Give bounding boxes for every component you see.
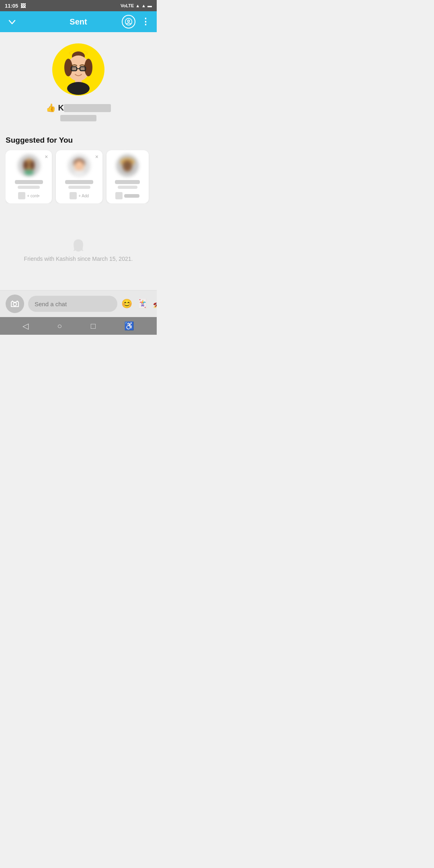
stickers-button[interactable]: 🃏 <box>137 299 148 309</box>
page-title: Sent <box>70 17 87 27</box>
svg-point-19 <box>24 170 34 175</box>
time-display: 11:05 <box>5 3 18 9</box>
suggested-section: Suggested for You × + co <box>0 129 157 210</box>
suggested-name-3 <box>115 180 140 184</box>
profile-avatar[interactable] <box>52 43 104 96</box>
header-left <box>6 16 18 27</box>
svg-rect-11 <box>80 67 85 70</box>
suggested-cards: × + cont• × <box>6 150 151 203</box>
card-close-button[interactable]: × <box>45 154 48 160</box>
send-snap-button[interactable]: 🚀 <box>153 299 157 309</box>
middle-area: Friends with Kashish since March 15, 202… <box>0 210 157 290</box>
svg-point-27 <box>13 303 16 306</box>
blurred-label-3 <box>124 194 139 198</box>
username-sub: ██████ <box>60 115 96 121</box>
card-close-button[interactable]: × <box>95 154 98 160</box>
friends-since-text: Friends with Kashish since March 15, 202… <box>24 256 133 262</box>
suggested-action-1: + cont• <box>18 192 39 199</box>
suggested-title: Suggested for You <box>6 136 151 145</box>
header: Sent ⋮ <box>0 11 157 32</box>
suggested-sub-3 <box>118 186 137 189</box>
add-icon-1 <box>18 192 25 199</box>
camera-button[interactable] <box>6 295 24 313</box>
status-left: 11:05 🖼 <box>5 3 26 9</box>
svg-rect-25 <box>125 164 127 166</box>
image-notification-icon: 🖼 <box>20 3 26 9</box>
wifi-icon: ▲ <box>135 3 140 8</box>
suggested-avatar-3[interactable] <box>116 154 139 177</box>
profile-section: 👍 K ████████ ██████ <box>0 32 157 129</box>
svg-point-13 <box>67 82 90 95</box>
recent-nav-button[interactable]: □ <box>91 321 96 331</box>
header-wrapper: Sent ⋮ <box>6 15 150 29</box>
volte-indicator: VoLTE <box>121 3 134 8</box>
bitmoji-svg <box>52 43 104 96</box>
svg-rect-26 <box>128 164 130 166</box>
suggested-avatar-2[interactable] <box>68 154 90 177</box>
battery-icon: ▬ <box>147 3 152 8</box>
svg-rect-17 <box>27 164 29 166</box>
username-display: K ████████ <box>58 103 111 113</box>
emoji-button[interactable]: 😊 <box>121 299 132 309</box>
accessibility-nav-button[interactable]: ♿ <box>124 321 134 331</box>
signal-icon: ▲ <box>141 3 146 8</box>
status-right: VoLTE ▲ ▲ ▬ <box>121 3 152 8</box>
snapchat-ghost-icon <box>70 238 87 256</box>
suggested-card: × + Add <box>56 150 102 203</box>
home-nav-button[interactable]: ○ <box>57 321 62 331</box>
suggested-action-3 <box>115 192 139 199</box>
suggested-card: × + cont• <box>6 150 52 203</box>
chat-icons: 😊 🃏 🚀 <box>121 299 157 309</box>
add-icon-2 <box>70 192 77 199</box>
suggested-name-1 <box>15 180 43 184</box>
svg-point-24 <box>123 160 132 172</box>
chat-input[interactable] <box>28 296 117 312</box>
svg-point-1 <box>128 20 130 22</box>
more-options-button[interactable]: ⋮ <box>141 16 150 27</box>
suggested-sub-1 <box>18 186 40 189</box>
suggested-card <box>106 150 149 203</box>
add-friend-button[interactable] <box>122 15 135 29</box>
chat-bar: 😊 🃏 🚀 <box>0 290 157 317</box>
status-bar: 11:05 🖼 VoLTE ▲ ▲ ▬ <box>0 0 157 11</box>
header-right: ⋮ <box>122 15 150 29</box>
svg-rect-18 <box>30 164 32 166</box>
svg-point-22 <box>74 170 84 176</box>
back-button[interactable] <box>6 16 18 27</box>
suggested-name-2 <box>65 180 93 184</box>
svg-rect-10 <box>72 67 76 70</box>
suggested-action-2: + Add <box>70 192 89 199</box>
suggested-sub-2 <box>68 186 90 189</box>
contact-label: + cont• <box>27 194 39 198</box>
add-icon-3 <box>115 192 123 199</box>
username-row: 👍 K ████████ <box>46 103 111 113</box>
back-nav-button[interactable]: ◁ <box>23 321 29 331</box>
system-nav: ◁ ○ □ ♿ <box>0 317 157 335</box>
thumbs-up-emoji: 👍 <box>46 103 56 113</box>
add-label: + Add <box>78 194 89 198</box>
suggested-avatar-1[interactable] <box>18 154 40 177</box>
